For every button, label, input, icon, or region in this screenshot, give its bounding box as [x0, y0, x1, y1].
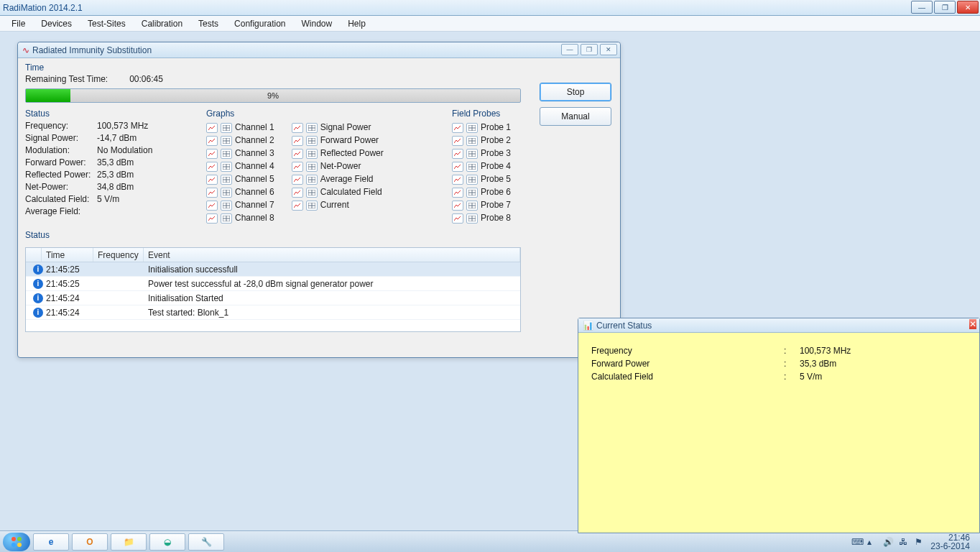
table-icon[interactable]: [466, 213, 478, 224]
chart-icon[interactable]: [206, 123, 218, 133]
chart-icon[interactable]: [452, 149, 463, 159]
log-event: Power test successful at -28,0 dBm signa…: [144, 279, 520, 289]
chart-icon[interactable]: [452, 175, 463, 185]
chart-icon[interactable]: [292, 188, 303, 198]
ri-max[interactable]: ❐: [581, 44, 598, 55]
table-icon[interactable]: [221, 201, 232, 211]
close-button[interactable]: ✕: [957, 1, 979, 14]
status-value: 100,573 MHz: [97, 120, 148, 132]
table-icon[interactable]: [466, 175, 478, 185]
chart-icon[interactable]: [452, 162, 463, 172]
table-icon[interactable]: [221, 162, 232, 172]
status-value: -14,7 dBm: [97, 132, 137, 144]
chart-icon[interactable]: [206, 201, 218, 211]
chart-icon[interactable]: [206, 175, 218, 185]
taskbar-radimation[interactable]: 🔧: [188, 533, 224, 551]
chart-icon[interactable]: [452, 201, 463, 211]
chart-icon[interactable]: [452, 136, 463, 146]
table-icon[interactable]: [306, 123, 318, 133]
eut-close[interactable]: ✕: [899, 77, 916, 88]
menu-calibration[interactable]: Calibration: [134, 17, 190, 30]
chart-icon[interactable]: [206, 213, 218, 224]
chart-icon[interactable]: [206, 149, 218, 159]
taskbar-app1[interactable]: ◒: [149, 533, 185, 551]
table-icon[interactable]: [306, 188, 318, 198]
table-icon[interactable]: [221, 188, 232, 198]
log-row[interactable]: 21:45:25 Initialisation successfull: [26, 262, 520, 277]
table-icon[interactable]: [221, 213, 232, 224]
chart-icon[interactable]: [292, 201, 303, 211]
menu-tests[interactable]: Tests: [191, 17, 226, 30]
eut-max[interactable]: ❐: [879, 77, 897, 88]
radiated-immunity-window: ∿ Radiated Immunity Substitution — ❐ ✕ T…: [17, 42, 621, 358]
table-icon[interactable]: [221, 123, 232, 133]
col-freq[interactable]: Frequency: [93, 248, 144, 262]
col-time[interactable]: Time: [42, 248, 93, 262]
eut-min[interactable]: —: [860, 77, 877, 88]
taskbar-outlook[interactable]: O: [72, 533, 108, 551]
manual-button[interactable]: Manual: [540, 107, 611, 126]
table-icon[interactable]: [306, 162, 318, 172]
log-row[interactable]: 21:45:24 Test started: Blonk_1: [26, 305, 520, 320]
ri-close[interactable]: ✕: [600, 44, 617, 55]
cell-created: 1-1-0001 0:00:00: [355, 413, 434, 427]
menu-configuration[interactable]: Configuration: [227, 17, 292, 30]
status-key: Net-Power:: [25, 181, 97, 193]
tray-flag-icon[interactable]: ⚑: [915, 537, 925, 547]
table-icon[interactable]: [466, 123, 478, 133]
chart-icon[interactable]: [452, 123, 463, 133]
table-icon[interactable]: [466, 136, 478, 146]
chart-icon[interactable]: [292, 175, 303, 185]
table-icon[interactable]: [221, 175, 232, 185]
log-row[interactable]: 21:45:24 Initialisation Started: [26, 291, 520, 305]
chart-icon[interactable]: [206, 136, 218, 146]
chart-icon[interactable]: [292, 123, 303, 133]
chart-icon[interactable]: [206, 162, 218, 172]
menu-test-sites[interactable]: Test-Sites: [80, 17, 133, 30]
table-icon[interactable]: [221, 149, 232, 159]
menu-window[interactable]: Window: [295, 17, 340, 30]
log-row[interactable]: 21:45:25 Power test successful at -28,0 …: [26, 277, 520, 291]
start-button[interactable]: [3, 533, 30, 551]
table-icon[interactable]: [306, 149, 318, 159]
minimize-button[interactable]: —: [911, 1, 933, 14]
tray-keyboard-icon[interactable]: ⌨: [851, 537, 861, 547]
menu-devices[interactable]: Devices: [34, 17, 79, 30]
tray-volume-icon[interactable]: 🔊: [883, 537, 893, 547]
table-icon[interactable]: [221, 136, 232, 146]
ri-min[interactable]: —: [561, 44, 578, 55]
probe-label: Probe 2: [481, 134, 511, 147]
remaining-time-label: Remaining Test Time:: [25, 74, 108, 84]
table-icon[interactable]: [466, 162, 478, 172]
cs-value: 5 V/m: [800, 372, 822, 382]
stop-button[interactable]: Stop: [540, 83, 611, 101]
table-icon[interactable]: [466, 201, 478, 211]
tray-up-icon[interactable]: ▴: [867, 537, 877, 547]
cs-row: Frequency : 100,573 MHz: [591, 346, 966, 356]
taskbar-explorer[interactable]: 📁: [111, 533, 147, 551]
app-title: RadiMation 2014.2.1: [3, 3, 83, 13]
menu-file[interactable]: File: [4, 17, 32, 30]
chart-icon[interactable]: [292, 162, 303, 172]
maximize-button[interactable]: ❐: [934, 1, 956, 14]
tray-network-icon[interactable]: 🖧: [899, 537, 909, 547]
status-log[interactable]: Time Frequency Event 21:45:25 Initialisa…: [25, 247, 521, 332]
chart-icon[interactable]: [292, 149, 303, 159]
chart-icon[interactable]: [206, 188, 218, 198]
col-event[interactable]: Event: [144, 248, 520, 262]
table-icon[interactable]: [306, 201, 318, 211]
cs-close[interactable]: ✕: [969, 319, 976, 329]
chart-icon[interactable]: [292, 136, 303, 146]
tray-clock[interactable]: 21:46 23-6-2014: [930, 533, 970, 551]
table-icon[interactable]: [466, 188, 478, 198]
table-icon[interactable]: [306, 136, 318, 146]
chart-icon[interactable]: [452, 188, 463, 198]
svg-point-69: [11, 537, 16, 541]
taskbar-ie[interactable]: e: [33, 533, 69, 551]
table-icon[interactable]: [466, 149, 478, 159]
menu-help[interactable]: Help: [341, 17, 373, 30]
table-icon[interactable]: [306, 175, 318, 185]
chart-icon[interactable]: [452, 213, 463, 224]
status-row: Forward Power:35,3 dBm: [25, 157, 190, 169]
log-section: Status: [25, 230, 613, 240]
